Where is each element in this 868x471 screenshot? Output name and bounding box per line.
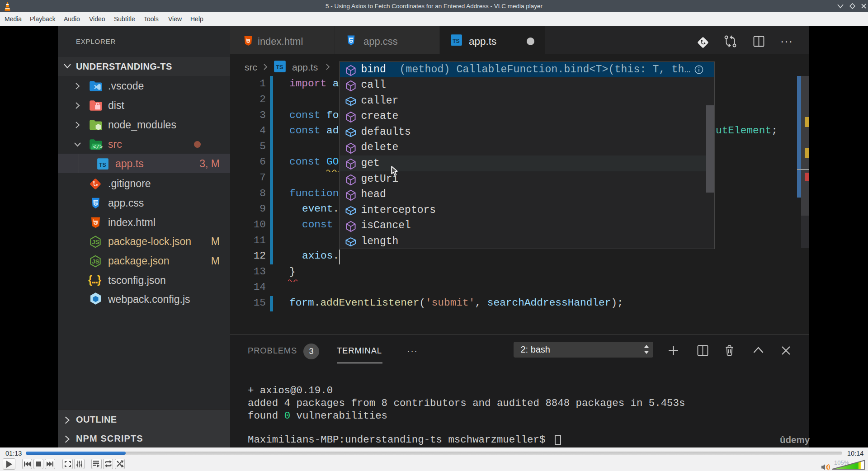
svg-text:TS: TS — [99, 162, 106, 168]
svg-text:JS: JS — [92, 258, 99, 265]
svg-text:JS: JS — [92, 239, 99, 245]
svg-text:TS: TS — [276, 64, 283, 71]
svg-text:TS: TS — [453, 38, 460, 44]
svg-text:</>: </> — [93, 144, 103, 150]
